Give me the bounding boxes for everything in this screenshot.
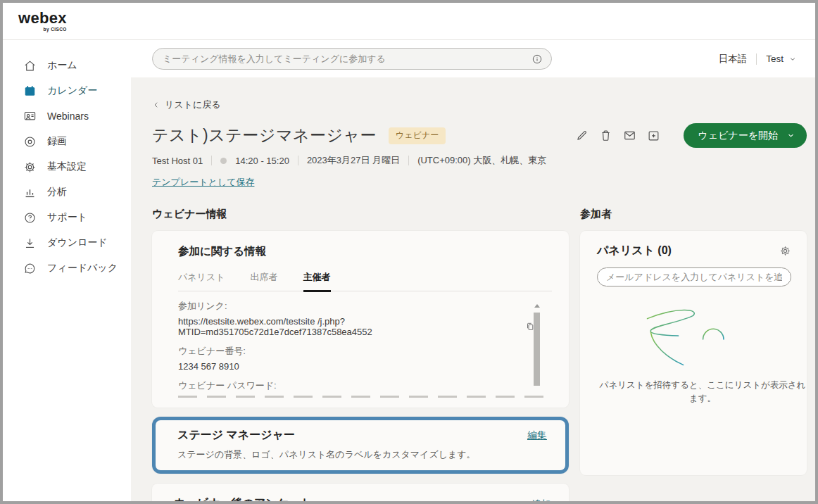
- panelists-card: パネリスト (0): [580, 231, 807, 475]
- topbar-divider: [756, 53, 757, 65]
- stage-manager-title: ステージ マネージャー: [177, 428, 295, 443]
- password-label: ウェビナー パスワード:: [178, 379, 535, 390]
- save-as-template-link[interactable]: テンプレートとして保存: [152, 176, 254, 189]
- language-selector[interactable]: 日本語: [719, 53, 748, 65]
- sidebar-item-label: 分析: [47, 186, 67, 199]
- recording-icon: [23, 135, 37, 149]
- app-window: webex by CISCO ホームカレンダーWebinars録画基本設定分析サ…: [0, 0, 818, 504]
- join-link-value: https://testsite.webex.com/testsite /j.p…: [178, 316, 520, 337]
- webinars-icon: [23, 110, 37, 123]
- sidebar-item-calendar[interactable]: カレンダー: [3, 78, 131, 103]
- panelists-title: パネリスト (0): [597, 244, 672, 258]
- join-info-title: 参加に関する情報: [152, 244, 569, 259]
- sidebar-item-label: ホーム: [47, 59, 77, 72]
- webinar-number-label: ウェビナー番号:: [178, 345, 535, 358]
- delete-icon[interactable]: [599, 129, 612, 142]
- download-icon: [23, 237, 37, 250]
- sidebar-item-label: サポート: [47, 211, 87, 224]
- empty-panelists-message: パネリストを招待すると、ここにリストが表示されます。: [597, 379, 808, 406]
- webinar-meta: Test Host 01 14:20 - 15:20 2023年3月27日 月曜…: [152, 154, 815, 167]
- page-content: リストに戻る テスト)ステージマネージャー ウェビナー: [131, 77, 815, 501]
- topbar: 日本語 Test: [131, 40, 815, 77]
- search-input[interactable]: [163, 53, 531, 64]
- chevron-down-icon: [786, 131, 795, 140]
- webinar-date: 2023年3月27日 月曜日: [307, 154, 400, 167]
- user-menu[interactable]: Test: [766, 53, 797, 64]
- participants-heading: 参加者: [580, 208, 807, 221]
- webinar-time: 14:20 - 15:20: [235, 156, 289, 166]
- sidebar-nav: ホームカレンダーWebinars録画基本設定分析サポートダウンロードフィードバッ…: [3, 53, 131, 281]
- stage-manager-card: ステージ マネージャー 編集 ステージの背景、ロゴ、パネリスト名のラベルをカスタ…: [152, 417, 569, 474]
- post-webinar-survey-card: ウェビナー後のアンケート 追加: [152, 484, 569, 501]
- host-name: Test Host 01: [152, 156, 203, 166]
- page-title: テスト)ステージマネージャー: [152, 125, 377, 146]
- help-icon: [23, 211, 37, 225]
- join-info-card: 参加に関する情報 パネリスト 出席者 主催者 参加リンク: https://te…: [152, 231, 569, 408]
- status-dot: [220, 158, 227, 164]
- sidebar-item-label: 基本設定: [47, 160, 87, 173]
- info-icon[interactable]: [531, 53, 543, 65]
- chevron-left-icon: [152, 101, 161, 109]
- webinar-info-heading: ウェビナー情報: [152, 208, 569, 221]
- survey-add-link[interactable]: 追加: [532, 498, 550, 502]
- sidebar-item-home[interactable]: ホーム: [3, 53, 131, 78]
- panelist-settings-gear-icon[interactable]: [779, 245, 791, 257]
- logo-subtext: by CISCO: [44, 27, 67, 32]
- calendar-icon: [23, 84, 37, 98]
- join-info-tabs: パネリスト 出席者 主催者: [178, 271, 552, 291]
- analytics-icon: [23, 186, 37, 199]
- webinar-number-value: 1234 567 8910: [178, 361, 535, 372]
- tab-panelist[interactable]: パネリスト: [178, 271, 225, 291]
- user-name: Test: [766, 53, 784, 64]
- email-icon[interactable]: [623, 129, 636, 142]
- sidebar: ホームカレンダーWebinars録画基本設定分析サポートダウンロードフィードバッ…: [3, 40, 131, 501]
- webinar-badge: ウェビナー: [389, 127, 446, 144]
- gear-icon: [23, 160, 37, 174]
- stage-manager-edit-link[interactable]: 編集: [527, 429, 547, 442]
- edit-icon[interactable]: [575, 129, 589, 142]
- sidebar-item-webinars[interactable]: Webinars: [3, 103, 131, 129]
- sidebar-item-preferences[interactable]: 基本設定: [3, 154, 131, 179]
- stage-manager-description: ステージの背景、ロゴ、パネリスト名のラベルをカスタマイズします。: [177, 448, 547, 461]
- webex-logo: webex by CISCO: [18, 11, 67, 32]
- sidebar-item-label: ダウンロード: [47, 237, 108, 249]
- feedback-icon: [23, 262, 37, 275]
- chevron-down-icon: [788, 55, 797, 63]
- survey-title: ウェビナー後のアンケート: [174, 496, 311, 501]
- dashed-divider: [178, 396, 553, 398]
- join-link-label: 参加リンク:: [178, 300, 535, 313]
- add-panelist-input[interactable]: [597, 267, 791, 286]
- sidebar-item-recordings[interactable]: 録画: [3, 129, 131, 154]
- back-to-list-link[interactable]: リストに戻る: [152, 99, 221, 111]
- tab-attendee[interactable]: 出席者: [251, 271, 278, 291]
- scrollbar-thumb[interactable]: [534, 313, 540, 386]
- logo-text: webex: [18, 11, 67, 26]
- empty-panelists-illustration: [620, 303, 768, 370]
- join-meeting-search[interactable]: [152, 48, 552, 70]
- sidebar-item-label: フィードバック: [47, 262, 118, 275]
- add-to-calendar-icon[interactable]: [647, 129, 660, 142]
- tab-host[interactable]: 主催者: [303, 271, 331, 292]
- app-header: webex by CISCO: [3, 3, 815, 40]
- sidebar-item-label: Webinars: [47, 111, 89, 122]
- sidebar-item-support[interactable]: サポート: [3, 205, 131, 230]
- scrollbar[interactable]: [534, 304, 540, 393]
- join-info-scroll-area[interactable]: 参加リンク: https://testsite.webex.com/testsi…: [178, 298, 535, 390]
- home-icon: [23, 59, 37, 73]
- sidebar-item-insights[interactable]: 分析: [3, 179, 131, 205]
- start-webinar-button[interactable]: ウェビナーを開始: [684, 123, 807, 148]
- sidebar-item-downloads[interactable]: ダウンロード: [3, 230, 131, 256]
- sidebar-item-label: 録画: [47, 135, 67, 148]
- sidebar-item-feedback[interactable]: フィードバック: [3, 256, 131, 281]
- scroll-up-arrow[interactable]: [534, 304, 540, 308]
- sidebar-item-label: カレンダー: [47, 84, 97, 97]
- webinar-timezone: (UTC+09:00) 大阪、札幌、東京: [417, 154, 546, 167]
